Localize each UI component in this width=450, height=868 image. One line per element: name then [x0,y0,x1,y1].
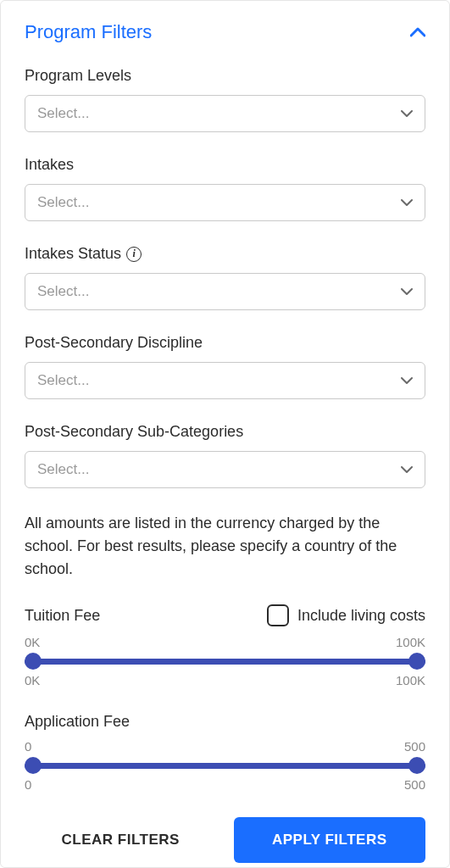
tuition-bottom-labels: 0K 100K [25,673,425,687]
chevron-down-icon [401,285,413,298]
application-fee-label: Application Fee [25,713,425,731]
tuition-fee-header: Tuition Fee Include living costs [25,604,425,626]
include-living-costs-checkbox[interactable]: Include living costs [267,604,425,626]
chevron-down-icon [401,107,413,120]
panel-title: Program Filters [25,21,152,43]
program-levels-label: Program Levels [25,67,425,85]
application-thumb-max[interactable] [408,757,425,774]
intakes-status-group: Intakes Status i Select... [25,245,425,310]
intakes-status-label: Intakes Status i [25,245,425,263]
chevron-down-icon [401,374,413,387]
select-placeholder: Select... [37,372,89,389]
application-max-top: 500 [404,739,425,754]
chevron-down-icon [401,463,413,476]
select-placeholder: Select... [37,461,89,478]
chevron-up-icon[interactable] [410,24,425,42]
select-placeholder: Select... [37,194,89,211]
program-levels-select[interactable]: Select... [25,95,425,132]
checkbox-box [267,604,289,626]
tuition-top-labels: 0K 100K [25,635,425,649]
info-icon[interactable]: i [126,247,142,262]
checkbox-label: Include living costs [297,607,425,625]
currency-info-text: All amounts are listed in the currency c… [25,512,425,581]
program-filters-panel: Program Filters Program Levels Select...… [0,0,450,868]
intakes-status-label-text: Intakes Status [25,245,121,263]
apply-filters-button[interactable]: APPLY FILTERS [234,817,426,863]
chevron-down-icon [401,196,413,209]
discipline-select[interactable]: Select... [25,362,425,399]
slider-rail [25,659,425,665]
sub-categories-select[interactable]: Select... [25,451,425,488]
clear-filters-button[interactable]: CLEAR FILTERS [25,817,217,863]
application-min-bottom: 0 [25,777,31,792]
application-min-top: 0 [25,739,31,754]
sub-categories-label: Post-Secondary Sub-Categories [25,423,425,441]
intakes-select[interactable]: Select... [25,184,425,221]
tuition-slider: 0K 100K 0K 100K [25,635,425,687]
intakes-label: Intakes [25,156,425,174]
application-track[interactable] [25,757,425,774]
tuition-min-bottom: 0K [25,673,40,687]
select-placeholder: Select... [37,105,89,122]
tuition-track[interactable] [25,653,425,670]
sub-categories-group: Post-Secondary Sub-Categories Select... [25,423,425,488]
button-row: CLEAR FILTERS APPLY FILTERS [25,817,425,863]
tuition-thumb-max[interactable] [408,653,425,670]
program-levels-group: Program Levels Select... [25,67,425,132]
application-max-bottom: 500 [404,777,425,792]
discipline-label: Post-Secondary Discipline [25,334,425,352]
intakes-status-select[interactable]: Select... [25,273,425,310]
tuition-max-top: 100K [396,635,425,649]
application-slider: 0 500 0 500 [25,739,425,792]
tuition-min-top: 0K [25,635,40,649]
application-thumb-min[interactable] [25,757,42,774]
application-bottom-labels: 0 500 [25,777,425,792]
intakes-group: Intakes Select... [25,156,425,221]
application-top-labels: 0 500 [25,739,425,754]
discipline-group: Post-Secondary Discipline Select... [25,334,425,399]
tuition-max-bottom: 100K [396,673,425,687]
panel-header: Program Filters [25,21,425,43]
select-placeholder: Select... [37,283,89,300]
tuition-thumb-min[interactable] [25,653,42,670]
tuition-fee-label: Tuition Fee [25,607,100,625]
slider-rail [25,763,425,769]
